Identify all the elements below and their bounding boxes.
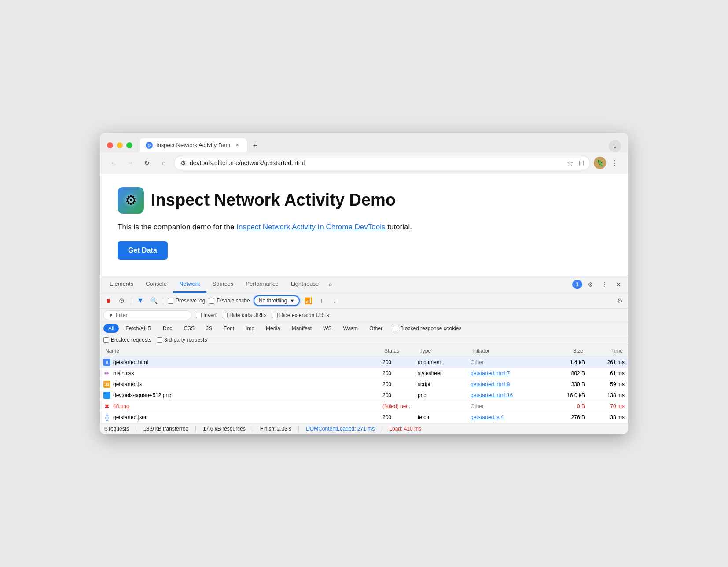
type-all-button[interactable]: All: [103, 324, 119, 333]
star-icon[interactable]: ☆: [567, 159, 573, 167]
table-row[interactable]: H getstarted.html 200 document Other 1.4…: [100, 357, 628, 368]
blocked-response-cookies-label[interactable]: Blocked response cookies: [393, 325, 461, 331]
col-name: Name: [103, 347, 382, 355]
invert-checkbox[interactable]: [196, 313, 202, 318]
table-header: Name Status Type Initiator Size Time: [100, 345, 628, 357]
tab-favicon: ⚙: [146, 142, 153, 149]
finish-time: Finish: 2.33 s: [260, 426, 291, 432]
nav-icons: 🦎 ⋮: [594, 156, 621, 169]
filter-input[interactable]: [116, 312, 169, 318]
filter-input-wrap[interactable]: ▼: [103, 310, 191, 320]
type-fetch-xhr-button[interactable]: Fetch/XHR: [121, 324, 156, 333]
devtools-panel: Elements Console Network Sources Perform…: [100, 276, 628, 434]
file-name-cell: H getstarted.html: [103, 359, 382, 366]
status-divider-1: [136, 426, 136, 432]
col-time: Time: [585, 347, 625, 355]
type-media-button[interactable]: Media: [261, 324, 285, 333]
blocked-requests-checkbox[interactable]: [103, 337, 109, 343]
close-traffic-light[interactable]: [107, 142, 113, 148]
tab-console[interactable]: Console: [140, 276, 173, 293]
fullscreen-traffic-light[interactable]: [126, 142, 132, 148]
type-manifest-button[interactable]: Manifest: [287, 324, 316, 333]
type-font-button[interactable]: Font: [219, 324, 239, 333]
hide-data-urls-checkbox[interactable]: [222, 313, 228, 318]
preserve-log-checkbox[interactable]: [168, 298, 173, 304]
type-js-button[interactable]: JS: [201, 324, 217, 333]
tab-sources[interactable]: Sources: [206, 276, 240, 293]
table-row[interactable]: JS getstarted.js 200 script getstarted.h…: [100, 379, 628, 390]
blocked-response-cookies-checkbox[interactable]: [393, 326, 398, 331]
disable-cache-checkbox[interactable]: [209, 298, 214, 304]
type-css-button[interactable]: CSS: [179, 324, 199, 333]
third-party-checkbox[interactable]: [157, 337, 162, 343]
throttle-select[interactable]: No throttling ▼: [254, 295, 300, 306]
col-status: Status: [382, 347, 418, 355]
table-row[interactable]: devtools-square-512.png 200 png getstart…: [100, 390, 628, 401]
status-divider-2: [195, 426, 196, 432]
blocked-requests-label[interactable]: Blocked requests: [103, 337, 151, 343]
export-button[interactable]: ↓: [330, 296, 339, 306]
toolbar-divider-2: [163, 297, 163, 304]
tab-network[interactable]: Network: [173, 276, 206, 293]
new-tab-button[interactable]: +: [249, 140, 261, 152]
home-button[interactable]: ⌂: [157, 156, 170, 169]
file-name-cell: {} getstarted.json: [103, 414, 382, 421]
third-party-label[interactable]: 3rd-party requests: [157, 337, 207, 343]
tab-elements[interactable]: Elements: [103, 276, 140, 293]
hide-extension-urls-label[interactable]: Hide extension URLs: [272, 312, 329, 318]
nav-bar: ← → ↻ ⌂ ⚙ devtools.glitch.me/network/get…: [100, 152, 628, 174]
hide-extension-urls-checkbox[interactable]: [272, 313, 278, 318]
preserve-log-label[interactable]: Preserve log: [168, 298, 205, 304]
forward-button[interactable]: →: [124, 156, 137, 169]
page-logo: ⚙: [118, 187, 144, 214]
get-data-button[interactable]: Get Data: [118, 241, 168, 260]
tab-performance[interactable]: Performance: [239, 276, 284, 293]
share-icon[interactable]: □: [579, 159, 584, 167]
table-row[interactable]: ✏ main.css 200 stylesheet getstarted.htm…: [100, 368, 628, 379]
filter-icon: ▼: [108, 312, 114, 318]
page-content: ⚙ Inspect Network Activity Demo This is …: [100, 174, 628, 276]
network-conditions-button[interactable]: 📶: [303, 296, 313, 306]
throttle-label: No throttling: [259, 298, 287, 304]
more-tabs-button[interactable]: »: [325, 277, 335, 291]
profile-avatar[interactable]: 🦎: [594, 157, 606, 169]
reload-button[interactable]: ↻: [140, 156, 154, 169]
devtools-link[interactable]: Inspect Network Activity In Chrome DevTo…: [236, 223, 387, 231]
devtools-close-button[interactable]: ✕: [612, 278, 625, 291]
type-ws-button[interactable]: WS: [318, 324, 336, 333]
table-row[interactable]: {} getstarted.json 200 fetch getstarted.…: [100, 412, 628, 423]
fail-icon: ✖: [103, 403, 110, 410]
back-button[interactable]: ←: [107, 156, 120, 169]
tab-dropdown-button[interactable]: ⌄: [609, 140, 621, 152]
stop-recording-button[interactable]: ⏺: [103, 296, 113, 306]
network-toolbar: ⏺ ⊘ ▼ 🔍 Preserve log Disable cache No th…: [100, 293, 628, 309]
css-icon: ✏: [103, 370, 110, 377]
tab-lighthouse[interactable]: Lighthouse: [285, 276, 325, 293]
hide-data-urls-label[interactable]: Hide data URLs: [222, 312, 267, 318]
status-bar: 6 requests 18.9 kB transferred 17.6 kB r…: [100, 423, 628, 434]
type-wasm-button[interactable]: Wasm: [338, 324, 363, 333]
minimize-traffic-light[interactable]: [117, 142, 123, 148]
import-button[interactable]: ↑: [316, 296, 326, 306]
filter-button[interactable]: ▼: [136, 296, 145, 306]
devtools-tabs: Elements Console Network Sources Perform…: [100, 276, 628, 293]
load-time: Load: 410 ms: [389, 426, 421, 432]
address-bar[interactable]: ⚙ devtools.glitch.me/network/getstarted.…: [174, 156, 590, 170]
type-img-button[interactable]: Img: [241, 324, 259, 333]
png-icon: [103, 392, 110, 399]
status-divider-3: [253, 426, 253, 432]
table-row[interactable]: ✖ 48.png (failed) net... Other 0 B 70 ms: [100, 401, 628, 412]
type-filter-bar: All Fetch/XHR Doc CSS JS Font Img Media …: [100, 322, 628, 335]
search-button[interactable]: 🔍: [149, 296, 158, 306]
type-doc-button[interactable]: Doc: [158, 324, 177, 333]
network-settings-button[interactable]: ⚙: [615, 296, 625, 306]
disable-cache-label[interactable]: Disable cache: [209, 298, 250, 304]
tab-close-button[interactable]: ✕: [234, 142, 241, 149]
more-button[interactable]: ⋮: [608, 156, 621, 169]
devtools-more-button[interactable]: ⋮: [598, 278, 610, 291]
invert-label[interactable]: Invert: [196, 312, 217, 318]
type-other-button[interactable]: Other: [364, 324, 387, 333]
active-tab[interactable]: ⚙ Inspect Network Activity Dem ✕: [140, 138, 247, 152]
clear-button[interactable]: ⊘: [117, 296, 126, 306]
devtools-settings-button[interactable]: ⚙: [584, 278, 596, 291]
